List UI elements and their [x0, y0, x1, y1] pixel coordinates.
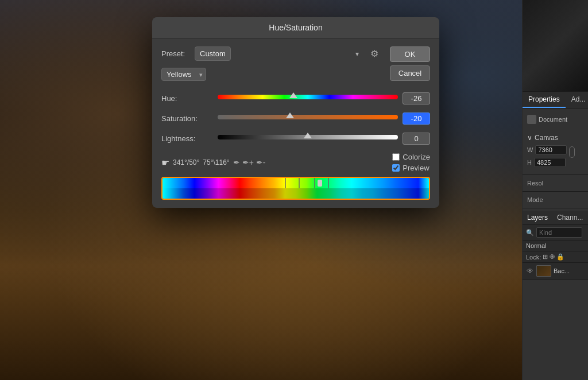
preset-select-wrapper: Custom: [195, 46, 363, 61]
lock-position-icon[interactable]: ✙: [550, 253, 555, 261]
layer-name: Bac...: [554, 267, 570, 274]
spectrum-thumb[interactable]: [318, 180, 322, 187]
height-label: H: [527, 159, 532, 166]
eyedropper-add-icon[interactable]: ✒+: [242, 158, 254, 167]
range-marker-left1: [285, 178, 286, 188]
saturation-thumb[interactable]: [286, 113, 294, 118]
channel-select[interactable]: Yellows: [161, 68, 206, 81]
range-marker-right2: [328, 178, 329, 188]
eyedropper-subtract-icon[interactable]: ✒-: [256, 158, 266, 167]
range-marker-left2: [299, 178, 300, 188]
eyedropper-icon[interactable]: ✒: [233, 158, 240, 167]
lightness-slider-row: Lightness: 0: [161, 133, 430, 145]
lightness-thumb[interactable]: [304, 133, 312, 138]
lock-all-icon[interactable]: 🔒: [556, 253, 564, 261]
width-label: W: [527, 146, 533, 153]
hue-label: Hue:: [161, 94, 213, 103]
spectrum-container[interactable]: [161, 177, 430, 200]
hue-slider-track[interactable]: [218, 95, 398, 103]
channel-row: Yellows: [161, 68, 381, 81]
blending-mode-selector[interactable]: Normal: [523, 241, 588, 251]
preview-checkbox[interactable]: [392, 164, 400, 172]
preset-label: Preset:: [161, 49, 190, 58]
layer-visibility-icon[interactable]: 👁: [526, 267, 534, 275]
chevron-down-icon: ∨: [527, 134, 532, 142]
lock-pixels-icon[interactable]: ⊞: [543, 253, 548, 261]
height-field: H: [527, 158, 567, 167]
width-input[interactable]: [535, 145, 567, 154]
sat-track: [218, 115, 398, 119]
layer-thumbnail: [536, 265, 551, 277]
right-panel: Properties Ad... Document ∨ Canvas W H: [522, 0, 588, 380]
cancel-button[interactable]: Cancel: [390, 65, 430, 81]
hue-slider-row: Hue: -26: [161, 92, 430, 104]
range-right-value: 75°\116°: [203, 158, 229, 166]
lightness-value[interactable]: 0: [403, 133, 430, 145]
saturation-value[interactable]: -20: [403, 113, 430, 125]
tab-layers[interactable]: Layers: [523, 211, 552, 224]
dialog-buttons: OK Cancel: [390, 46, 430, 81]
channel-select-wrapper: Yellows: [161, 68, 206, 81]
preset-row: Preset: Custom ⚙: [161, 46, 381, 61]
tab-properties[interactable]: Properties: [523, 92, 566, 108]
preview-checkbox-label[interactable]: Preview: [392, 164, 429, 172]
hue-value[interactable]: -26: [403, 92, 430, 104]
divider3: [523, 208, 588, 208]
panel-preview-area: [523, 0, 588, 92]
layer-item: 👁 Bac...: [523, 263, 588, 280]
mode-label: Mode: [523, 194, 588, 205]
range-marker-right1: [314, 178, 315, 188]
divider2: [523, 191, 588, 192]
hand-tool-icon[interactable]: ☛: [161, 157, 169, 168]
range-left-value: 341°/50°: [173, 158, 199, 166]
colorize-checkbox-label[interactable]: Colorize: [392, 153, 430, 161]
hue-track: [218, 95, 398, 99]
colorize-label: Colorize: [403, 153, 430, 161]
lock-label: Lock:: [526, 254, 541, 261]
divider1: [523, 175, 588, 175]
document-label: Document: [539, 116, 567, 123]
canvas-title: ∨ Canvas: [527, 134, 583, 142]
width-field: W: [527, 145, 567, 154]
lock-controls: Lock: ⊞ ✙ 🔒: [523, 251, 588, 263]
tab-channels[interactable]: Chann...: [552, 211, 587, 224]
resol-label: Resol: [523, 177, 588, 189]
tab-adjust[interactable]: Ad...: [566, 92, 588, 108]
document-icon: [527, 115, 536, 124]
saturation-slider-track[interactable]: [218, 115, 398, 123]
colorize-checkbox[interactable]: [392, 153, 400, 161]
spectrum-bottom-bar: [163, 188, 429, 199]
hue-thumb[interactable]: [289, 92, 297, 98]
gear-button[interactable]: ⚙: [368, 47, 381, 60]
search-input[interactable]: [536, 227, 582, 238]
saturation-slider-row: Saturation: -20: [161, 113, 430, 125]
ok-button[interactable]: OK: [390, 46, 430, 62]
search-icon: 🔍: [526, 229, 534, 236]
layers-search-bar: 🔍: [523, 225, 588, 241]
dialog-body: Preset: Custom ⚙ Yellows: [152, 38, 439, 208]
properties-section: Document: [523, 108, 588, 130]
canvas-section: ∨ Canvas W H: [523, 130, 588, 172]
lightness-label: Lightness:: [161, 134, 213, 143]
document-item: Document: [527, 113, 583, 126]
canvas-label: Canvas: [535, 134, 558, 142]
hue-saturation-dialog: Hue/Saturation Preset: Custom ⚙: [152, 17, 439, 208]
lightness-slider-track[interactable]: [218, 135, 398, 143]
dialog-title: Hue/Saturation: [152, 17, 439, 38]
preset-select[interactable]: Custom: [195, 46, 231, 61]
light-track: [218, 135, 398, 139]
saturation-label: Saturation:: [161, 114, 213, 123]
properties-tabs: Properties Ad...: [523, 92, 588, 108]
preview-label: Preview: [403, 164, 429, 172]
chain-link-icon: [569, 146, 575, 158]
spectrum-top-bar: [163, 178, 429, 188]
height-input[interactable]: [534, 158, 566, 167]
layers-tabs-bar: Layers Chann...: [523, 211, 588, 225]
picker-icons: ✒ ✒+ ✒-: [233, 158, 266, 167]
layers-panel: Layers Chann... 🔍 Normal Lock: ⊞ ✙ 🔒 👁 B…: [523, 211, 588, 380]
